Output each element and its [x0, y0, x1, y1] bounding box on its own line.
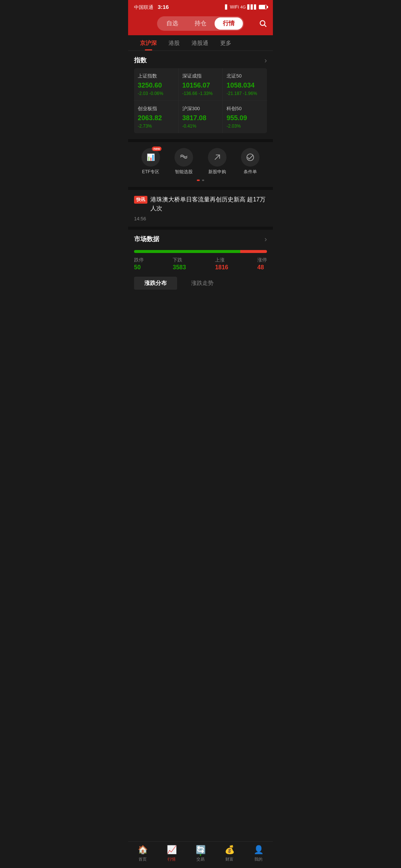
dot-active [197, 180, 200, 181]
index-card-beizh50[interactable]: 北证50 1058.034 -21.187 -1.96% [223, 68, 267, 101]
index-change-3: -2.73% [138, 124, 175, 129]
tab-market[interactable]: 行情 [215, 17, 243, 30]
market-chevron[interactable]: › [264, 235, 267, 243]
status-icons: ▋ WiFi 4G ▋▋▋ [225, 4, 267, 10]
market-data-section: 市场数据 › 跌停 50 下跌 3583 上涨 [128, 230, 273, 296]
etf-icon-circle: 📊 new [141, 148, 160, 167]
quick-menu: 📊 new ETF专区 智能选股 [128, 142, 273, 187]
stat-value-2: 1816 [215, 264, 228, 271]
main-tab-group: 自选 持仓 行情 [157, 16, 244, 31]
new-badge: new [152, 147, 162, 151]
index-value-5: 955.09 [226, 114, 263, 122]
indices-chevron[interactable]: › [264, 56, 267, 65]
bar-red [240, 250, 267, 253]
divider-2 [128, 187, 273, 190]
subnav-jinghusen[interactable]: 京沪深 [134, 35, 163, 50]
index-name-3: 创业板指 [138, 105, 175, 112]
market-tab-trend[interactable]: 涨跌走势 [181, 277, 224, 290]
kuaixun-badge: 快讯 [134, 196, 147, 204]
index-value-3: 2063.82 [138, 114, 175, 122]
quick-item-condition[interactable]: 条件单 [241, 148, 260, 175]
carousel-dots [134, 180, 267, 181]
quick-item-smart[interactable]: 智能选股 [175, 148, 193, 175]
index-value-0: 3250.60 [138, 82, 175, 89]
etf-label: ETF专区 [142, 169, 159, 175]
smart-select-icon [180, 153, 188, 161]
index-change-2: -21.187 -1.96% [226, 91, 263, 96]
market-bar-container [134, 250, 267, 253]
svg-line-2 [215, 155, 219, 160]
news-time: 14:56 [134, 216, 267, 221]
bar-green [134, 250, 240, 253]
stat-up-limit: 涨停 48 [257, 257, 267, 271]
svg-point-0 [260, 20, 265, 25]
smart-label: 智能选股 [175, 169, 193, 175]
svg-line-1 [264, 25, 266, 27]
market-tab-distribution[interactable]: 涨跌分布 [134, 277, 177, 290]
index-name-2: 北证50 [226, 73, 263, 79]
index-change-1: -136.66 -1.33% [182, 91, 219, 96]
search-button[interactable] [259, 19, 267, 30]
index-change-5: -2.03% [226, 124, 263, 129]
smart-icon-circle [175, 148, 193, 167]
4g-icon: 4G [240, 5, 246, 9]
news-item-header: 快讯 港珠澳大桥单日客流量再创历史新高 超17万人次 [134, 195, 267, 213]
index-name-0: 上证指数 [138, 73, 175, 79]
stat-label-1: 下跌 [173, 257, 186, 263]
market-tab-group: 涨跌分布 涨跌走势 [134, 277, 267, 290]
signal-icon: ▋ [225, 4, 228, 10]
news-item-1[interactable]: 快讯 港珠澳大桥单日客流量再创历史新高 超17万人次 14:56 [134, 195, 267, 221]
index-change-4: -0.41% [182, 124, 219, 129]
index-value-4: 3817.08 [182, 114, 219, 122]
stat-decline: 下跌 3583 [173, 257, 186, 271]
dot-inactive [202, 180, 204, 181]
quick-item-etf[interactable]: 📊 new ETF专区 [141, 148, 160, 175]
stat-value-3: 48 [257, 264, 267, 271]
wifi-icon: WiFi [230, 4, 239, 10]
quick-icons-row: 📊 new ETF专区 智能选股 [134, 148, 267, 175]
market-bar [134, 250, 267, 253]
stat-down-limit: 跌停 50 [134, 257, 144, 271]
divider-3 [128, 227, 273, 230]
divider-1 [128, 139, 273, 142]
news-title: 港珠澳大桥单日客流量再创历史新高 超17万人次 [150, 195, 267, 213]
battery-icon [259, 5, 267, 9]
index-card-hushen300[interactable]: 沪深300 3817.08 -0.41% [179, 101, 223, 133]
etf-icon: 📊 [147, 153, 155, 161]
index-card-shzhi[interactable]: 上证指数 3250.60 -2.03 -0.06% [134, 68, 178, 101]
market-stats-row: 跌停 50 下跌 3583 上涨 1816 涨停 48 [134, 257, 267, 271]
news-section: 快讯 港珠澳大桥单日客流量再创历史新高 超17万人次 14:56 [128, 190, 273, 227]
sub-nav: 京沪深 港股 港股通 更多 [128, 35, 273, 51]
subnav-hktong[interactable]: 港股通 [186, 35, 214, 50]
tab-watchlist[interactable]: 自选 [158, 17, 186, 30]
signal-bars-icon: ▋▋▋ [247, 4, 257, 10]
index-value-2: 1058.034 [226, 82, 263, 89]
subnav-hkstock[interactable]: 港股 [163, 35, 186, 50]
condition-label: 条件单 [244, 169, 257, 175]
index-card-kc50[interactable]: 科创50 955.09 -2.03% [223, 101, 267, 133]
indices-title: 指数 [134, 56, 147, 65]
index-card-cyb[interactable]: 创业板指 2063.82 -2.73% [134, 101, 178, 133]
stat-label-3: 涨停 [257, 257, 267, 263]
condition-icon-circle [241, 148, 260, 167]
carrier-time: 中国联通 3:16 [134, 4, 169, 11]
market-data-header: 市场数据 › [128, 230, 273, 247]
index-value-1: 10156.07 [182, 82, 219, 89]
subnav-more[interactable]: 更多 [214, 35, 237, 50]
tab-holdings[interactable]: 持仓 [186, 17, 215, 30]
index-card-szcheng[interactable]: 深证成指 10156.07 -136.66 -1.33% [179, 68, 223, 101]
stat-label-0: 跌停 [134, 257, 144, 263]
ipo-label: 新股申购 [208, 169, 226, 175]
stat-label-2: 上涨 [215, 257, 228, 263]
indices-section: 指数 › 上证指数 3250.60 -2.03 -0.06% 深证成指 1015… [128, 51, 273, 133]
stat-value-0: 50 [134, 264, 144, 271]
ipo-icon-circle [208, 148, 226, 167]
index-change-0: -2.03 -0.06% [138, 91, 175, 96]
quick-item-ipo[interactable]: 新股申购 [208, 148, 226, 175]
index-name-5: 科创50 [226, 105, 263, 112]
index-grid: 上证指数 3250.60 -2.03 -0.06% 深证成指 10156.07 … [134, 68, 267, 133]
status-bar: 中国联通 3:16 ▋ WiFi 4G ▋▋▋ [128, 0, 273, 13]
market-stats-container: 跌停 50 下跌 3583 上涨 1816 涨停 48 涨跌分布 涨跌走势 [128, 250, 273, 296]
market-data-title: 市场数据 [134, 235, 159, 243]
indices-header: 指数 › [128, 51, 273, 68]
